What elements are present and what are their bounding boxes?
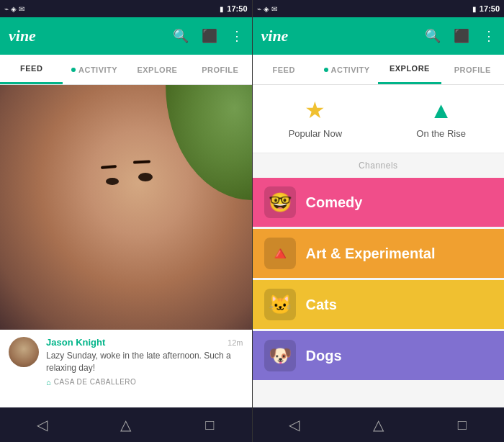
vine-logo-right: vine: [261, 27, 426, 45]
home-button-left[interactable]: △: [112, 410, 140, 439]
left-phone: ⌁ ◈ ✉ ▮ 17:50 vine 🔍 ⬛ ⋮ FEED ACTIVITY E…: [0, 0, 252, 442]
activity-dot-left: [71, 68, 76, 72]
art-name: Art & Experimental: [306, 245, 436, 262]
status-time-right: 17:50: [480, 4, 500, 13]
comedy-icon: 🤓: [269, 191, 292, 214]
post-location: ⌂ CASA DE CABALLERO: [46, 378, 243, 387]
search-icon-r[interactable]: 🔍: [425, 28, 441, 44]
home-button-right[interactable]: △: [364, 410, 392, 439]
post-header: Jason Knight 12m: [46, 337, 243, 348]
bottom-nav-left: ◁ △ □: [0, 407, 252, 442]
channel-cats[interactable]: 🐱 Cats: [253, 280, 505, 329]
battery-icon: ▮: [220, 5, 224, 13]
feed-content: Jason Knight 12m Lazy Sunday, woke in th…: [0, 85, 252, 407]
camera-icon-r[interactable]: ⬛: [454, 28, 469, 44]
status-bar-right: ⌁ ◈ ✉ ▮ 17:50: [253, 0, 505, 17]
plant-overlay: [166, 85, 252, 200]
post-info: Jason Knight 12m Lazy Sunday, woke in th…: [0, 330, 252, 407]
avatar-face: [9, 337, 39, 367]
status-icons-left: ⌁ ◈ ✉: [4, 5, 24, 13]
dogs-name: Dogs: [306, 348, 342, 364]
tab-profile-left[interactable]: PROFILE: [189, 55, 251, 84]
back-button-left[interactable]: ◁: [27, 410, 56, 439]
tab-activity-right[interactable]: ACTIVITY: [315, 55, 378, 84]
dogs-icon: 🐶: [269, 345, 292, 367]
camera-icon[interactable]: ⬛: [202, 28, 217, 44]
eyebrow-right: [133, 161, 150, 164]
tab-feed-right[interactable]: FEED: [253, 55, 315, 84]
status-right-right: ▮ 17:50: [472, 4, 500, 13]
tab-activity-left[interactable]: ACTIVITY: [63, 55, 125, 84]
android-icon-r: ◈: [264, 5, 269, 13]
usb-icon: ⌁: [4, 5, 9, 13]
popular-now-label: Popular Now: [289, 128, 342, 139]
post-time: 12m: [228, 338, 243, 347]
comedy-name: Comedy: [306, 194, 363, 211]
avatar[interactable]: [9, 337, 39, 367]
nav-tabs-right: FEED ACTIVITY EXPLORE PROFILE: [253, 55, 505, 85]
search-icon[interactable]: 🔍: [173, 28, 189, 44]
cats-name: Cats: [306, 297, 337, 313]
dogs-icon-wrap: 🐶: [264, 340, 296, 371]
app-header-right: vine 🔍 ⬛ ⋮: [253, 17, 505, 55]
usb-icon-r: ⌁: [257, 5, 261, 13]
battery-icon-r: ▮: [472, 5, 477, 13]
header-icons-right: 🔍 ⬛ ⋮: [425, 28, 495, 44]
channel-art[interactable]: 🔺 Art & Experimental: [253, 229, 505, 278]
status-bar-left: ⌁ ◈ ✉ ▮ 17:50: [0, 0, 252, 17]
on-the-rise-label: On the Rise: [416, 128, 466, 139]
post-username[interactable]: Jason Knight: [46, 337, 105, 348]
post-caption: Lazy Sunday, woke in the late afternoon.…: [46, 350, 243, 374]
tab-feed-left[interactable]: FEED: [0, 55, 63, 84]
more-icon-r[interactable]: ⋮: [482, 28, 495, 44]
app-header-left: vine 🔍 ⬛ ⋮: [0, 17, 252, 55]
back-button-right[interactable]: ◁: [280, 410, 309, 439]
post-details: Jason Knight 12m Lazy Sunday, woke in th…: [46, 337, 243, 400]
on-the-rise-option[interactable]: ▲ On the Rise: [378, 85, 504, 153]
eyebrow-left: [101, 165, 117, 169]
explore-top: ★ Popular Now ▲ On the Rise: [253, 85, 505, 153]
message-icon: ✉: [19, 5, 24, 13]
channel-comedy[interactable]: 🤓 Comedy: [253, 178, 505, 227]
header-icons-left: 🔍 ⬛ ⋮: [173, 28, 243, 44]
location-icon: ⌂: [46, 378, 51, 387]
tab-explore-right[interactable]: EXPLORE: [378, 55, 441, 84]
comedy-icon-wrap: 🤓: [264, 186, 296, 218]
more-icon[interactable]: ⋮: [230, 28, 243, 44]
recents-button-right[interactable]: □: [448, 410, 477, 439]
eye-right: [138, 173, 153, 181]
video-face-bg: [0, 85, 252, 330]
status-time-left: 17:50: [227, 4, 247, 13]
eye-left: [106, 178, 119, 185]
cats-icon-wrap: 🐱: [264, 289, 296, 320]
activity-dot-right: [324, 68, 328, 72]
explore-content: ★ Popular Now ▲ On the Rise Channels 🤓 C…: [253, 85, 505, 407]
location-text: CASA DE CABALLERO: [54, 378, 137, 386]
channels-header: Channels: [253, 153, 505, 178]
channels-list: 🤓 Comedy 🔺 Art & Experimental 🐱 Cats 🐶: [253, 178, 505, 407]
status-icons-right: ▮ 17:50: [220, 4, 247, 13]
tab-profile-right[interactable]: PROFILE: [441, 55, 504, 84]
message-icon-r: ✉: [271, 5, 277, 13]
art-icon-wrap: 🔺: [264, 238, 296, 269]
channel-dogs[interactable]: 🐶 Dogs: [253, 331, 505, 380]
vine-logo-left: vine: [9, 27, 173, 45]
bottom-nav-right: ◁ △ □: [253, 407, 505, 442]
right-phone: ⌁ ◈ ✉ ▮ 17:50 vine 🔍 ⬛ ⋮ FEED ACTIVITY E…: [253, 0, 505, 442]
art-icon: 🔺: [269, 243, 292, 265]
android-icon: ◈: [11, 5, 17, 13]
popular-now-option[interactable]: ★ Popular Now: [253, 85, 379, 153]
cats-icon: 🐱: [269, 294, 292, 316]
tab-explore-left[interactable]: EXPLORE: [126, 55, 189, 84]
status-icons-right-left: ⌁ ◈ ✉: [257, 5, 277, 13]
rise-icon: ▲: [430, 97, 453, 124]
recents-button-left[interactable]: □: [195, 410, 224, 439]
video-thumbnail[interactable]: [0, 85, 252, 330]
star-icon: ★: [305, 96, 325, 124]
nav-tabs-left: FEED ACTIVITY EXPLORE PROFILE: [0, 55, 252, 85]
